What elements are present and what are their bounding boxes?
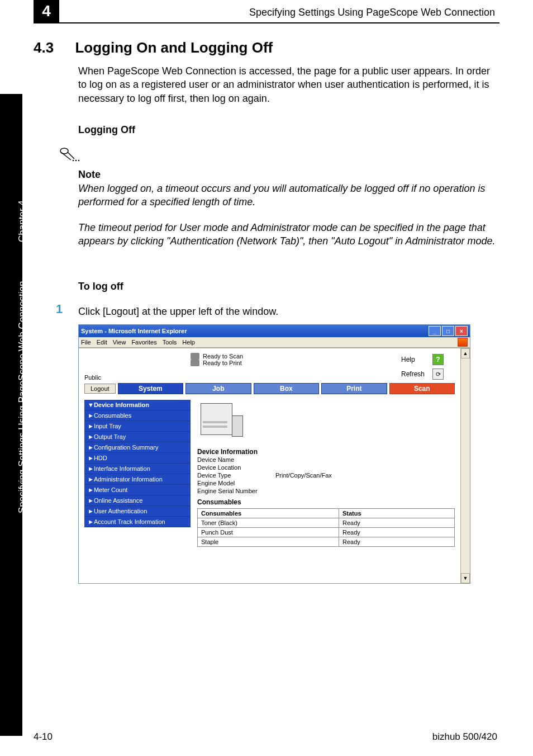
cell-staple-status: Ready	[339, 537, 455, 547]
section-title: Logging On and Logging Off	[75, 39, 273, 56]
cell-punch-label: Punch Dust	[198, 528, 339, 537]
window-minimize-button[interactable]: _	[429, 326, 441, 336]
nav-admin-info[interactable]: ►Administrator Information	[84, 474, 191, 485]
section-number: 4.3	[34, 39, 73, 56]
menu-favorites[interactable]: Favorites	[131, 339, 156, 346]
table-head-consumables: Consumables	[198, 509, 339, 518]
step-1-text: Click [Logout] at the upper left of the …	[78, 305, 497, 318]
chapter-number-box: 4	[34, 0, 59, 22]
nav-hdd[interactable]: ►HDD	[84, 453, 191, 464]
window-close-button[interactable]: ×	[455, 326, 468, 336]
window-title: System - Microsoft Internet Explorer	[81, 328, 187, 334]
menu-file[interactable]: File	[81, 339, 91, 346]
browser-content: Ready to Scan Ready to Print Help ?	[79, 348, 460, 583]
side-nav: ▼Device Information ►Consumables ►Input …	[84, 400, 191, 547]
window-maximize-button[interactable]: □	[442, 326, 454, 336]
cell-staple-label: Staple	[198, 537, 339, 547]
menu-view[interactable]: View	[113, 339, 126, 346]
public-label: Public	[84, 374, 455, 381]
refresh-icon[interactable]: ⟳	[432, 368, 444, 380]
device-info-title: Device Information	[197, 448, 455, 456]
logging-off-heading: Logging Off	[78, 123, 497, 136]
nav-online-assist[interactable]: ►Online Assistance	[84, 495, 191, 506]
header-divider	[34, 22, 499, 23]
tab-system[interactable]: System	[118, 383, 183, 394]
nav-user-auth[interactable]: ►User Authentication	[84, 506, 191, 517]
menu-tools[interactable]: Tools	[163, 339, 177, 346]
tab-job[interactable]: Job	[185, 383, 251, 394]
device-type-label: Device Type	[197, 472, 275, 479]
nav-consumables[interactable]: ►Consumables	[84, 410, 191, 421]
svg-point-2	[75, 160, 77, 162]
device-illustration	[197, 400, 248, 445]
nav-output-tray[interactable]: ►Output Tray	[84, 432, 191, 442]
window-titlebar[interactable]: System - Microsoft Internet Explorer _ □…	[79, 325, 470, 337]
logout-button[interactable]: Logout	[84, 384, 116, 394]
note-para1: When logged on, a timeout occurs and you…	[78, 182, 497, 209]
engine-model-label: Engine Model	[197, 480, 275, 486]
vertical-scrollbar[interactable]: ▲ ▼	[460, 348, 470, 583]
nav-config-summary[interactable]: ►Configuration Summary	[84, 442, 191, 453]
main-panel: Device Information Device Name Device Lo…	[197, 400, 455, 547]
chapter-number: 4	[42, 2, 51, 20]
nav-interface-info[interactable]: ►Interface Information	[84, 464, 191, 474]
browser-window: System - Microsoft Internet Explorer _ □…	[78, 324, 470, 584]
refresh-label[interactable]: Refresh	[401, 370, 425, 378]
table-row: Toner (Black) Ready	[198, 518, 455, 528]
ie-logo-icon	[458, 338, 468, 347]
footer-model: bizhub 500/420	[432, 731, 497, 743]
printer-icon	[191, 360, 199, 366]
scroll-down-button[interactable]: ▼	[461, 573, 470, 583]
note-icon	[59, 147, 81, 167]
nav-meter-count[interactable]: ►Meter Count	[84, 485, 191, 495]
to-log-off-heading: To log off	[78, 280, 497, 293]
running-header: Specifying Settings Using PageScope Web …	[249, 7, 495, 18]
sidebar-title-label: Specifying Settings Using PageScope Web …	[17, 281, 28, 514]
device-name-label: Device Name	[197, 456, 275, 463]
footer-page-number: 4-10	[34, 731, 53, 743]
device-type-value: Print/Copy/Scan/Fax	[275, 472, 332, 479]
table-row: Punch Dust Ready	[198, 528, 455, 537]
intro-paragraph: When PageScope Web Connection is accesse…	[78, 64, 497, 105]
nav-device-information[interactable]: ▼Device Information	[84, 400, 191, 410]
help-icon[interactable]: ?	[432, 354, 444, 365]
tab-print[interactable]: Print	[321, 383, 387, 394]
cell-toner-status: Ready	[339, 518, 455, 528]
tab-scan[interactable]: Scan	[389, 383, 455, 394]
menu-edit[interactable]: Edit	[97, 339, 107, 346]
consumables-table: Consumables Status Toner (Black) Ready P…	[197, 508, 455, 547]
consumables-title: Consumables	[197, 498, 455, 506]
status-ready-scan: Ready to Scan	[203, 353, 243, 360]
note-para2: The timeout period for User mode and Adm…	[78, 221, 497, 248]
side-black-bar: Chapter 4 Specifying Settings Using Page…	[0, 94, 22, 736]
nav-input-tray[interactable]: ►Input Tray	[84, 421, 191, 432]
menu-help[interactable]: Help	[182, 339, 195, 346]
svg-point-1	[73, 160, 74, 162]
engine-serial-label: Engine Serial Number	[197, 488, 275, 494]
tab-box[interactable]: Box	[254, 383, 319, 394]
note-label: Note	[78, 168, 497, 181]
cell-punch-status: Ready	[339, 528, 455, 537]
status-ready-print: Ready to Print	[203, 360, 242, 366]
menu-bar[interactable]: File Edit View Favorites Tools Help	[79, 337, 470, 348]
device-location-label: Device Location	[197, 464, 275, 471]
printer-icon	[191, 353, 199, 360]
table-head-status: Status	[339, 509, 455, 518]
nav-account-track[interactable]: ►Account Track Information	[84, 517, 191, 527]
table-row: Staple Ready	[198, 537, 455, 547]
cell-toner-label: Toner (Black)	[198, 518, 339, 528]
step-number-1: 1	[56, 302, 63, 316]
scroll-up-button[interactable]: ▲	[461, 348, 470, 358]
help-label[interactable]: Help	[401, 356, 415, 363]
sidebar-chapter-label: Chapter 4	[17, 200, 28, 242]
svg-point-3	[78, 160, 80, 162]
